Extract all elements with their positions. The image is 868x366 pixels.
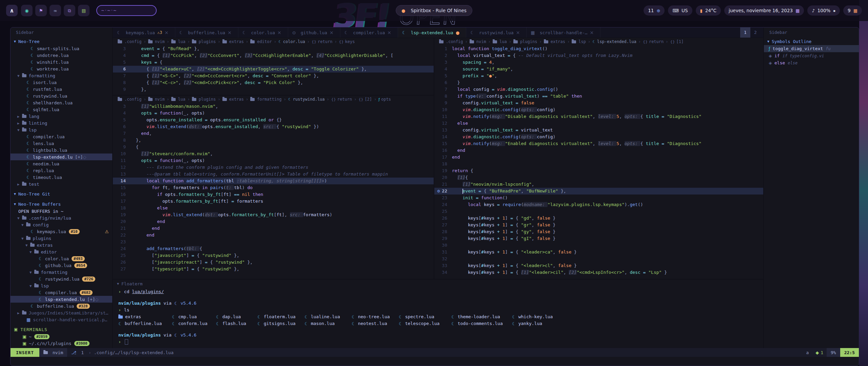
tree-item-rustywind-lua[interactable]: ☾rustywind.lua — [11, 93, 112, 99]
code-line-22[interactable]: 22 end — [113, 232, 434, 239]
code-line-7[interactable]: 7 local config = vim.diagnostic.config() — [434, 86, 763, 93]
tree-item-scrollbar-handle-vertical-p[interactable]: ▦scrollbar-handle-vertical.p… — [11, 316, 112, 323]
tab-rustywind-lua[interactable]: ☾rustywind.lua× — [466, 27, 527, 38]
code-line-13[interactable]: 13 ---@param tbl table<string, conform.F… — [113, 171, 434, 178]
tree-item-winshift-lua[interactable]: ☾winshift.lua — [11, 59, 112, 65]
code-line-14[interactable]: 14 local function add_formatters(tbl :ta… — [113, 178, 434, 184]
volume-widget[interactable]: ♪100%▪ — [807, 5, 840, 16]
code-line-5[interactable]: 5 opts.ensure_installed = opts.ensure_in… — [113, 117, 434, 123]
breadcrumb-segment[interactable]: {}return — [331, 97, 352, 102]
tree-item-test[interactable]: ▸test — [11, 181, 112, 187]
tree-item-config[interactable]: ▾config — [11, 221, 112, 228]
floaterm-panel[interactable]: ▾Floaterm ›cd lua/plugins/nvim/lua/plugi… — [113, 279, 763, 348]
code-line-23[interactable]: 23 — [113, 239, 434, 245]
code-line-4[interactable]: 4 source = "if_many", — [434, 66, 763, 73]
code-line-16[interactable]: 16 end — [434, 147, 763, 154]
breadcrumb-segment[interactable]: formatting — [250, 97, 281, 102]
code-line-23[interactable]: 23 init = function() — [434, 195, 763, 201]
code-line-11[interactable]: 11 vim.notify(msg: "Disable diagnostics … — [434, 113, 763, 120]
floaterm-title[interactable]: ▾Floaterm — [113, 280, 763, 288]
close-icon[interactable]: × — [516, 30, 520, 35]
code-line-10[interactable]: 10 [1]"stevearc/conform.nvim", — [113, 150, 434, 157]
keyboard-layout-widget[interactable]: ⌨US — [668, 5, 692, 16]
tree-item-compiler-lua[interactable]: ☾compiler.lua — [11, 133, 112, 140]
tree-item-linting[interactable]: ▸linting — [11, 120, 112, 126]
code-line-7[interactable]: 7 end, — [113, 130, 434, 137]
tree-item-undotree-lua[interactable]: ☾undotree.lua — [11, 52, 112, 59]
code-line-22[interactable]: ⚙22 event = { "BufReadPre", "BufNewFile"… — [434, 188, 763, 195]
tree-item-c-n-l-plugins[interactable]: ▣~/.c/n/l/plugins#3980 — [11, 340, 112, 347]
tree-item-timeout-lua[interactable]: ☾timeout.lua — [11, 174, 112, 181]
breadcrumb-segment[interactable]: extras — [222, 97, 244, 102]
close-icon[interactable]: × — [590, 30, 594, 35]
code-line-25[interactable]: 25 — [434, 208, 763, 215]
workspace-widget[interactable]: 9▦ — [843, 5, 862, 16]
tree-item-github-lua[interactable]: ☾github.lua#654 — [11, 262, 112, 269]
code-line-20[interactable]: 20 end — [113, 218, 434, 225]
tree-item-isort-lua[interactable]: ☾isort.lua — [11, 79, 112, 86]
code-line-8[interactable]: 8 { [1]"<C-c>", [2]"<cmd>CccPick<cr>", d… — [113, 79, 434, 86]
tree-item-formatting[interactable]: ▾formatting — [11, 269, 112, 276]
code-line-25[interactable]: 25 ["javascript"] = { "rustywind" }, — [113, 252, 434, 259]
editor-pane-lsp-extended-lua[interactable]: .config›nvim›lua›plugins›extras›lsp›☾lsp… — [434, 38, 763, 276]
layout-button[interactable]: ⧉ — [64, 5, 75, 16]
tree-item-keymaps-lua[interactable]: ☾keymaps.lua#10⚠ — [11, 228, 112, 235]
breadcrumb-segment[interactable]: .config — [118, 97, 142, 102]
breadcrumb-segment[interactable]: extras — [222, 39, 244, 44]
tree-item-lsp-extended-lu[interactable]: ☾lsp-extended.lu[+]◇ — [11, 154, 112, 160]
tree-item-formatting[interactable]: ▾formatting — [11, 72, 112, 79]
breadcrumb-segment[interactable]: plugins — [513, 39, 537, 44]
neotree-git-header[interactable]: ▾Neo-Tree Git — [11, 190, 112, 198]
music-widget[interactable]: ●Spiritbox - Rule Of Nines — [396, 5, 472, 16]
breadcrumb-segment[interactable]: .config — [118, 39, 142, 44]
code-line-15[interactable]: 15 for ft, formatters in pairs(t: tbl) d… — [113, 184, 434, 191]
floaterm-terminal[interactable]: ›cd lua/plugins/nvim/lua/pluginsvia☾v5.4… — [113, 288, 763, 345]
tree-item-open-buffers-in[interactable]: OPEN BUFFERS in ~ — [11, 208, 112, 215]
code-line-21[interactable]: 21 end — [113, 225, 434, 232]
tree-item-lens-lua[interactable]: ☾lens.lua — [11, 140, 112, 147]
code-line-26[interactable]: 26 keys[#keys + 1] = { "gd", false } — [434, 215, 763, 222]
code-line-19[interactable]: 19 vim.list_extend(dst: opts.formatters_… — [113, 211, 434, 218]
code-line-31[interactable]: 31 keys[#keys + 1] = { "<leader>ca", fal… — [434, 249, 763, 256]
neotree-buffers-header[interactable]: ▾Neo-Tree Buffers — [11, 200, 112, 208]
tree-item-repl-lua[interactable]: ☾repl.lua — [11, 167, 112, 174]
tab-compiler-lua[interactable]: ☾compiler.lua× — [340, 27, 398, 38]
code-line-6[interactable]: 6 } — [434, 79, 763, 86]
code-line-34[interactable]: 34 keys[#keys + 1] = { [1]"<leader>cil",… — [434, 269, 763, 276]
updates-widget[interactable]: 11⊕ — [644, 5, 665, 16]
breadcrumb-segment[interactable]: lsp — [572, 39, 586, 44]
code-line-29[interactable]: 29 keys[#keys + 1] = { "gI", false } — [434, 235, 763, 242]
editor-pane-color-lua[interactable]: .config›nvim›lua›plugins›extras›editor›☾… — [113, 38, 434, 96]
tree-item-rustfmt-lua[interactable]: ☾rustfmt.lua — [11, 86, 112, 93]
code-line-3[interactable]: 3 event = { "BufRead" }, — [113, 45, 434, 52]
close-icon[interactable]: × — [387, 30, 391, 35]
tree-item-worktree-lua[interactable]: ☾worktree.lua — [11, 65, 112, 72]
breadcrumb-segment[interactable]: plugins — [192, 97, 216, 102]
code-line-24[interactable]: 24 local keys = require(modname: "lazyvi… — [434, 201, 763, 208]
breadcrumb-segment[interactable]: {}return — [643, 39, 664, 44]
code-line-7[interactable]: 7 { [1]"<S-C>", [2]"<cmd>CccConvert<cr>"… — [113, 73, 434, 79]
outline-item-if[interactable]: ◈ifif type(config.vi — [764, 52, 859, 59]
symbols-outline-header[interactable]: ▾Symbols Outline — [764, 38, 859, 45]
code-line-12[interactable]: 12 --- Extend the conform plugin config … — [113, 164, 434, 171]
code-line-16[interactable]: 16 if opts.formatters_by_ft[ft] == nil t… — [113, 191, 434, 198]
code-line-12[interactable]: 12 else — [434, 120, 763, 127]
code-line-8[interactable]: 8 if type(v: config.virtual_text) == "ta… — [434, 93, 763, 100]
tree-item-lsp[interactable]: ▾lsp — [11, 126, 112, 133]
tree-item-editor[interactable]: ▾editor — [11, 248, 112, 255]
breadcrumb-segment[interactable]: lua — [171, 97, 185, 102]
code-line-5[interactable]: 5 prefix = "●", — [434, 73, 763, 79]
tab-keymaps-lua[interactable]: ☾keymaps.lua⚠3× — [113, 27, 175, 38]
editor-pane-rustywind-lua[interactable]: .config›nvim›lua›plugins›extras›formatti… — [113, 96, 434, 279]
code-line-4[interactable]: 4 cmd = { [1]"CccPick", [2]"CccConvert",… — [113, 52, 434, 59]
tree-item-rustywind-lua[interactable]: ☾rustywind.lua#726 — [11, 276, 112, 282]
tab-scrollbar-handle[interactable]: ▦scrollbar-handle-…× — [527, 27, 600, 38]
tree-item-smart-splits-lua[interactable]: ☾smart-splits.lua — [11, 45, 112, 52]
breadcrumb-segment[interactable]: {}[1] — [670, 39, 684, 44]
outline-item-else[interactable]: ◈elseelse — [764, 59, 859, 66]
breadcrumb-segment[interactable]: ☾lsp-extended.lua — [592, 39, 636, 44]
breadcrumb-segment[interactable]: nvim — [148, 97, 165, 102]
tree-item-compiler-lua[interactable]: ☾compiler.lua#682 — [11, 289, 112, 296]
code-line-9[interactable]: 9 { — [113, 144, 434, 150]
tabpage-2[interactable]: 2 — [750, 27, 761, 38]
